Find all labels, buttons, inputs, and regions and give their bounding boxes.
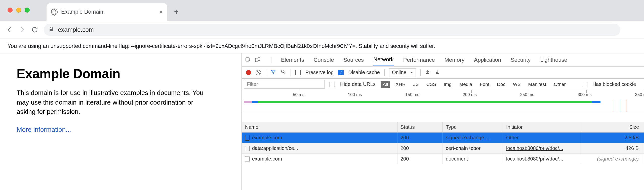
warning-text: You are using an unsupported command-lin…: [8, 43, 435, 49]
device-toolbar-icon[interactable]: [254, 56, 261, 64]
page-title: Example Domain: [17, 66, 225, 81]
network-filter-bar: Filter Hide data URLs AllXHRJSCSSImgMedi…: [242, 79, 644, 90]
filter-type-manifest[interactable]: Manifest: [526, 81, 548, 88]
cell-initiator: Other: [503, 133, 581, 143]
cell-size: 2.8 kB: [581, 133, 644, 143]
column-status[interactable]: Status: [397, 122, 443, 132]
lock-icon: [49, 27, 54, 33]
divider: [291, 69, 291, 76]
devtools-panel: ElementsConsoleSourcesNetworkPerformance…: [242, 53, 644, 190]
cell-size: (signed-exchange): [581, 154, 644, 164]
cell-type: document: [443, 154, 503, 164]
timeline-tick: 100 ms: [299, 90, 357, 99]
back-button[interactable]: [6, 26, 13, 33]
cell-initiator: localhost:8080/priv/doc/...: [503, 154, 581, 164]
maximize-window-button[interactable]: [25, 8, 30, 13]
filter-type-media[interactable]: Media: [457, 81, 474, 88]
timeline-tick: 200 ms: [414, 90, 472, 99]
request-row[interactable]: data:application/ce...200cert-chain+cbor…: [242, 143, 644, 154]
minimize-window-button[interactable]: [16, 8, 21, 13]
devtools-tab-lighthouse[interactable]: Lighthouse: [540, 53, 567, 66]
network-toolbar: Preserve log Disable cache Online: [242, 67, 644, 79]
divider: [420, 69, 421, 76]
record-button[interactable]: [246, 70, 251, 75]
tab-close-icon[interactable]: ×: [159, 8, 163, 15]
filter-type-other[interactable]: Other: [552, 81, 568, 88]
filter-type-font[interactable]: Font: [478, 81, 491, 88]
import-har-icon[interactable]: [425, 69, 430, 76]
devtools-tab-memory[interactable]: Memory: [445, 53, 464, 66]
browser-tab[interactable]: Example Domain ×: [47, 3, 167, 21]
timeline-tick: 250 ms: [472, 90, 529, 99]
column-type[interactable]: Type: [443, 122, 503, 132]
preserve-log-label: Preserve log: [305, 70, 334, 75]
filter-type-doc[interactable]: Doc: [495, 81, 507, 88]
cell-status: 200: [397, 133, 443, 143]
column-name[interactable]: Name: [242, 122, 397, 132]
disable-cache-label: Disable cache: [348, 70, 380, 75]
search-icon[interactable]: [280, 69, 286, 76]
devtools-tab-elements[interactable]: Elements: [281, 53, 304, 66]
cell-status: 200: [397, 154, 443, 164]
devtools-tab-application[interactable]: Application: [474, 53, 501, 66]
inspect-element-icon[interactable]: [245, 56, 252, 64]
svg-rect-3: [258, 58, 260, 60]
filter-icon[interactable]: [270, 69, 276, 76]
filter-type-all[interactable]: All: [381, 81, 390, 88]
close-window-button[interactable]: [8, 8, 13, 13]
blocked-cookies-label: Has blocked cookie: [592, 81, 636, 87]
filter-input[interactable]: Filter: [244, 80, 325, 89]
request-row[interactable]: example.com200signed-exchange ...Other2.…: [242, 133, 644, 143]
content-split: Example Domain This domain is for use in…: [0, 53, 644, 190]
filter-type-xhr[interactable]: XHR: [393, 81, 408, 88]
timeline-ruler[interactable]: 50 ms100 ms150 ms200 ms250 ms300 ms350 m…: [242, 90, 644, 99]
export-har-icon[interactable]: [435, 69, 440, 76]
column-initiator[interactable]: Initiator: [503, 122, 581, 132]
filter-type-css[interactable]: CSS: [424, 81, 438, 88]
timeline-tick: 300 ms: [529, 90, 586, 99]
reload-button[interactable]: [31, 26, 38, 33]
svg-line-5: [284, 73, 286, 74]
cell-name: example.com: [242, 133, 397, 143]
filter-placeholder: Filter: [247, 81, 258, 87]
divider: [266, 69, 266, 76]
devtools-tab-sources[interactable]: Sources: [343, 53, 364, 66]
timeline-tick: 150 ms: [357, 90, 414, 99]
cell-type: signed-exchange ...: [443, 133, 503, 143]
url-text: example.com: [58, 26, 94, 33]
filter-type-ws[interactable]: WS: [511, 81, 523, 88]
cell-name: data:application/ce...: [242, 143, 397, 153]
filter-type-js[interactable]: JS: [411, 81, 421, 88]
column-size[interactable]: Size: [581, 122, 644, 132]
disable-cache-checkbox[interactable]: [338, 70, 344, 75]
hide-data-urls-label: Hide data URLs: [340, 81, 376, 87]
page-body: This domain is for use in illustrative e…: [17, 88, 208, 117]
throttling-value: Online: [392, 70, 407, 75]
timeline-spacer: [242, 112, 644, 122]
svg-rect-2: [255, 58, 258, 62]
cell-size: 426 B: [581, 143, 644, 153]
hide-data-urls-checkbox[interactable]: [330, 82, 335, 87]
divider: [384, 69, 385, 76]
address-bar[interactable]: example.com: [44, 24, 620, 36]
forward-button[interactable]: [19, 26, 26, 33]
devtools-tab-network[interactable]: Network: [373, 53, 394, 66]
preserve-log-checkbox[interactable]: [295, 70, 301, 75]
new-tab-button[interactable]: +: [174, 8, 179, 16]
divider: [271, 57, 271, 63]
clear-button[interactable]: [256, 70, 261, 75]
throttling-select[interactable]: Online: [389, 68, 416, 77]
request-row[interactable]: example.com200documentlocalhost:8080/pri…: [242, 154, 644, 164]
cell-name: example.com: [242, 154, 397, 164]
more-info-link[interactable]: More information...: [17, 126, 71, 133]
cell-type: cert-chain+cbor: [443, 143, 503, 153]
devtools-tab-security[interactable]: Security: [511, 53, 531, 66]
tab-title: Example Domain: [61, 9, 156, 15]
blocked-cookies-checkbox[interactable]: [582, 82, 587, 87]
devtools-tab-performance[interactable]: Performance: [403, 53, 435, 66]
cell-initiator: localhost:8080/priv/doc/...: [503, 143, 581, 153]
page-content: Example Domain This domain is for use in…: [0, 53, 242, 190]
timeline-overview[interactable]: [242, 99, 644, 112]
devtools-tab-console[interactable]: Console: [314, 53, 334, 66]
filter-type-img[interactable]: Img: [442, 81, 454, 88]
